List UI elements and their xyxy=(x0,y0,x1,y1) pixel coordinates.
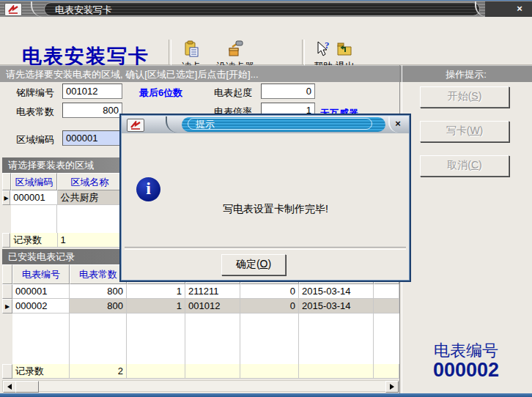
start-reading-label: 电表起度 xyxy=(214,86,252,100)
area-table: 区域编码 区域名称 ▶ 000001 公共厨房 记录数 1 xyxy=(2,173,122,248)
titlebar-pill: 电表安装写卡 xyxy=(44,2,480,16)
row-marker: ▶ xyxy=(2,190,10,205)
area-header-code[interactable]: 区域编码 xyxy=(11,173,58,190)
area-record-count-label: 记录数 xyxy=(10,233,57,248)
footer-empty xyxy=(299,364,374,379)
cancel-button[interactable]: 取消(C) xyxy=(420,155,509,177)
cell-nameplate[interactable]: 001012 xyxy=(185,299,240,313)
area-table-row[interactable]: ▶ 000001 公共厨房 xyxy=(2,190,122,205)
empty xyxy=(11,205,58,233)
empty xyxy=(57,205,122,233)
dialog-logo-icon xyxy=(127,119,144,132)
cell-extra xyxy=(374,299,399,313)
footer-selector xyxy=(2,233,10,248)
cell-date[interactable]: 2015-03-14 xyxy=(299,299,374,313)
scroll-right-button[interactable] xyxy=(385,381,399,393)
window-bottom-edge xyxy=(0,393,532,397)
svg-text:?: ? xyxy=(325,40,330,51)
window-titlebar: 电表安装写卡 × xyxy=(0,0,532,17)
meter-number-value: 000002 xyxy=(400,359,532,382)
dialog-ok-button[interactable]: 确定(O) xyxy=(221,254,286,275)
empty xyxy=(374,313,399,364)
footer-empty xyxy=(185,364,240,379)
meter-header-selector xyxy=(2,264,12,284)
meter-table-row-selected[interactable]: ▶ 000002 800 1 001012 0 2015-03-14 xyxy=(2,299,399,313)
window-close-button[interactable]: × xyxy=(513,1,526,16)
cell-ratio[interactable]: 1 xyxy=(127,299,185,313)
dialog-title-pill: 提示 xyxy=(188,118,372,130)
dialog-close-button[interactable]: × xyxy=(391,117,404,130)
cell-meter-number[interactable]: 000002 xyxy=(12,299,70,313)
dialog-message: 写电表设置卡制作完毕! xyxy=(166,203,385,216)
meter-record-count-label: 记录数 xyxy=(12,364,70,379)
meter-constant-input[interactable] xyxy=(62,103,122,118)
start-button[interactable]: 开始(S) xyxy=(420,86,509,108)
app-window: 电表安装写卡 × 电表安装写卡 读卡 xyxy=(0,0,532,397)
message-dialog: 提示 × i 写电表设置卡制作完毕! 确定(O) xyxy=(119,114,411,282)
cell-start[interactable]: 0 xyxy=(240,284,299,299)
cell-constant[interactable]: 800 xyxy=(70,299,127,313)
footer-empty xyxy=(127,364,185,379)
footer-empty xyxy=(240,364,299,379)
row-marker: ▶ xyxy=(2,299,12,313)
empty xyxy=(185,313,240,364)
app-logo-icon xyxy=(4,3,22,16)
scroll-left-button[interactable] xyxy=(3,381,16,393)
meter-record-count-value: 2 xyxy=(70,364,127,379)
nameplate-input[interactable] xyxy=(62,84,122,99)
empty xyxy=(127,313,185,364)
cell-date[interactable]: 2015-03-14 xyxy=(299,284,374,299)
footer-empty xyxy=(374,364,399,379)
read-card-icon xyxy=(182,40,201,59)
empty xyxy=(12,313,70,364)
nameplate-hint: 最后6位数 xyxy=(139,86,182,100)
row-selector xyxy=(2,284,12,299)
area-code-input[interactable] xyxy=(62,130,122,146)
titlebar-curve-left xyxy=(31,1,43,17)
area-code-label: 区域编码 xyxy=(16,133,54,146)
meter-header-number[interactable]: 电表编号 xyxy=(12,264,70,284)
area-cell-name[interactable]: 公共厨房 xyxy=(58,190,122,205)
cell-start[interactable]: 0 xyxy=(240,299,299,313)
cell-meter-number[interactable]: 000001 xyxy=(12,284,70,299)
write-card-button[interactable]: 写卡(W) xyxy=(420,121,509,142)
toolbar: 电表安装写卡 读卡 xyxy=(0,17,532,65)
empty xyxy=(299,313,374,364)
empty xyxy=(2,313,12,364)
cell-constant[interactable]: 800 xyxy=(70,284,127,299)
window-title: 电表安装写卡 xyxy=(45,3,479,17)
dialog-curve-left xyxy=(166,116,177,133)
area-cell-code[interactable]: 000001 xyxy=(10,190,57,205)
meter-table-row[interactable]: 000001 800 1 211211 0 2015-03-14 xyxy=(2,284,399,299)
start-reading-input[interactable] xyxy=(261,84,315,99)
cell-extra xyxy=(374,284,399,299)
meter-constant-label: 电表常数 xyxy=(16,105,54,119)
empty xyxy=(70,313,127,364)
dialog-body: i 写电表设置卡制作完毕! 确定(O) xyxy=(122,133,409,280)
nameplate-label: 铭牌编号 xyxy=(16,86,54,100)
area-header-selector xyxy=(2,173,11,190)
footer-selector xyxy=(2,364,12,379)
horizontal-scrollbar[interactable] xyxy=(2,380,399,392)
status-message: 请先选择要安装电表的区域, 确认[区域已选定]后点击[开始]... xyxy=(0,65,400,82)
cell-ratio[interactable]: 1 xyxy=(127,284,185,299)
dialog-separator xyxy=(125,247,406,250)
scrollbar-thumb[interactable] xyxy=(15,381,39,393)
area-header-name[interactable]: 区域名称 xyxy=(57,173,122,190)
cell-nameplate[interactable]: 211211 xyxy=(185,284,240,299)
area-table-title: 请选择要装表的区域 xyxy=(2,157,122,173)
setup-reader-icon xyxy=(226,40,245,59)
area-record-count-value: 1 xyxy=(58,233,122,248)
exit-icon xyxy=(336,40,355,59)
logo-glyph-icon xyxy=(7,5,19,14)
empty xyxy=(2,205,11,233)
empty xyxy=(240,313,299,364)
operation-hint-title: 操作提示: xyxy=(400,65,532,82)
meter-header-constant[interactable]: 电表常数 xyxy=(70,264,127,284)
dialog-titlebar: 提示 × xyxy=(122,116,409,133)
info-icon: i xyxy=(136,177,160,201)
